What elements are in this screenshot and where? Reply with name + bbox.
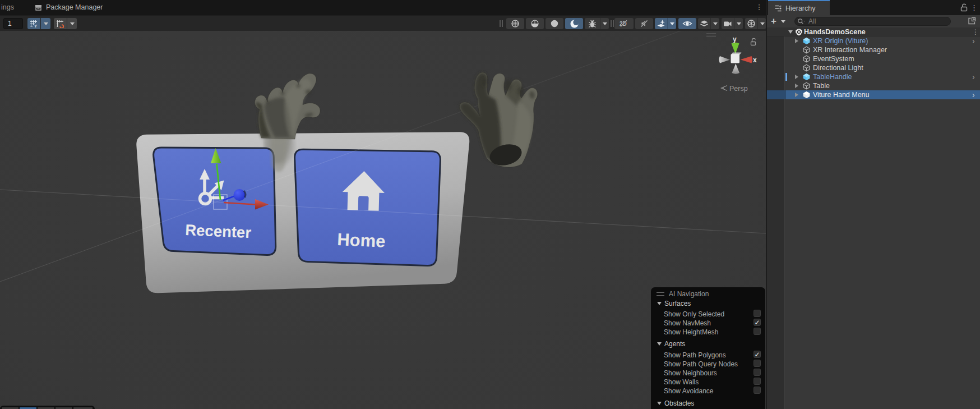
orientation-gizmo[interactable]: y x Persp — [706, 34, 757, 93]
scene-header-row[interactable]: HandsDemoScene ⋮ — [767, 27, 980, 36]
hierarchy-row-table[interactable]: Table — [767, 81, 980, 90]
expand-icon[interactable] — [795, 39, 798, 43]
hierarchy-row-tablehandle[interactable]: TableHandle › — [767, 72, 980, 81]
draw-mode-shaded-button[interactable] — [546, 18, 563, 29]
right-hand-mesh[interactable] — [460, 72, 538, 168]
orientation-negx-cone[interactable] — [719, 56, 731, 63]
overlay-drag-handle-icon[interactable] — [657, 292, 664, 296]
hierarchy-row-directional-light[interactable]: Directional Light — [767, 63, 980, 72]
toggle-show-navmesh-label: Show NavMesh — [664, 319, 711, 327]
debug-draw-dropdown[interactable] — [600, 18, 609, 29]
orientation-negy-cone[interactable] — [732, 64, 740, 74]
hierarchy-row-eventsystem[interactable]: EventSystem — [767, 54, 980, 63]
toggle-show-walls[interactable] — [754, 378, 761, 385]
foldout-arrow-icon — [657, 302, 662, 305]
hierarchy-search-field[interactable]: All — [794, 17, 951, 26]
tab-hierarchy[interactable]: Hierarchy — [768, 0, 830, 15]
toggle-show-path-polygons[interactable]: ✓ — [754, 351, 761, 358]
2d-toggle-button[interactable]: 2D — [614, 18, 634, 29]
scene-menu-icon[interactable]: ⋮ — [972, 27, 979, 36]
lock-open-icon[interactable] — [751, 39, 756, 45]
tab-partial-settings[interactable]: ings — [1, 0, 14, 15]
snap-button[interactable] — [54, 18, 67, 29]
snap-dropdown[interactable] — [67, 18, 77, 29]
lighting-toggle-button[interactable] — [565, 18, 583, 29]
foldout-open-icon[interactable] — [788, 30, 793, 34]
tab-package-manager-label: Package Manager — [46, 0, 103, 15]
debug-draw-button[interactable] — [585, 18, 600, 29]
toggle-show-only-selected[interactable] — [754, 310, 761, 317]
grid-y-icon: Y — [30, 20, 38, 28]
toggle-show-navmesh[interactable]: ✓ — [754, 319, 761, 326]
toggle-show-neighbours[interactable] — [754, 369, 761, 376]
gizmos-dropdown[interactable] — [757, 18, 766, 29]
orientation-y-cone[interactable] — [732, 43, 739, 54]
hierarchy-menu-icon[interactable]: ⋮ — [970, 2, 977, 14]
foldout-obstacles[interactable]: Obstacles — [657, 399, 694, 407]
unity-scene-icon — [795, 28, 803, 36]
persp-label[interactable]: Persp — [729, 85, 748, 93]
gameobject-cube-icon — [802, 64, 811, 72]
prefab-override-indicator — [785, 73, 787, 81]
scene-tab-menu-icon[interactable]: ⋮ — [755, 1, 763, 13]
expand-icon[interactable] — [795, 75, 798, 79]
orientation-x-cone[interactable] — [741, 56, 753, 63]
row-label: TableHandle — [813, 72, 852, 81]
effects-toggle-button[interactable] — [655, 18, 667, 29]
orientation-cube[interactable] — [731, 54, 740, 63]
foldout-agents-label: Agents — [664, 340, 685, 348]
search-icon — [797, 18, 806, 25]
chevron-down-icon — [70, 22, 75, 25]
expand-icon[interactable] — [795, 84, 798, 88]
toggle-show-avoidance[interactable] — [754, 387, 761, 394]
draw-mode-wireframe-button[interactable] — [506, 18, 524, 29]
hierarchy-row-viture-hand-menu[interactable]: Viture Hand Menu › — [767, 90, 980, 99]
layers-dropdown[interactable] — [710, 18, 719, 29]
prefab-cube-icon — [802, 37, 811, 45]
hierarchy-row-xr-interaction-manager[interactable]: XR Interaction Manager — [767, 45, 980, 54]
bug-icon — [588, 20, 597, 28]
toolbar-drag-handle[interactable] — [611, 20, 614, 27]
gizmos-button[interactable] — [745, 18, 757, 29]
prefab-cube-icon-selected — [802, 91, 811, 99]
scene-tab-bar: ings Package Manager ⋮ — [0, 0, 766, 15]
prefab-chevron-icon[interactable]: › — [972, 90, 975, 99]
eye-icon — [682, 20, 692, 27]
chevron-down-icon — [670, 22, 674, 25]
snap-increment-icon — [56, 20, 64, 28]
tools-overlay-partial[interactable] — [0, 406, 95, 409]
effects-dropdown[interactable] — [667, 18, 676, 29]
prefab-chevron-icon[interactable]: › — [972, 36, 975, 45]
audio-muted-icon — [640, 19, 649, 28]
lock-open-icon[interactable] — [960, 3, 968, 12]
grid-size-input[interactable]: 1 — [3, 18, 23, 29]
search-placeholder: All — [808, 17, 816, 25]
add-object-button[interactable]: + — [771, 16, 776, 26]
picker-icon[interactable] — [967, 16, 977, 26]
tab-package-manager[interactable]: Package Manager — [35, 0, 103, 15]
package-icon — [35, 4, 42, 11]
grid-axis-dropdown[interactable] — [41, 18, 50, 29]
camera-view-dropdown[interactable] — [734, 18, 743, 29]
toolbar-drag-handle[interactable] — [500, 20, 503, 27]
scene-visibility-button[interactable] — [678, 18, 696, 29]
recenter-button-label: Recenter — [185, 221, 252, 241]
gameobject-cube-icon — [802, 46, 811, 54]
foldout-surfaces[interactable]: Surfaces — [657, 300, 691, 307]
toggle-show-path-query-nodes[interactable] — [754, 360, 761, 367]
hierarchy-row-xr-origin[interactable]: XR Origin (Viture) › — [767, 36, 980, 45]
prefab-chevron-icon[interactable]: › — [972, 72, 975, 81]
toggle-show-heightmesh[interactable] — [754, 328, 761, 335]
row-label: XR Origin (Viture) — [813, 36, 868, 45]
layers-button[interactable] — [698, 18, 710, 29]
row-label: Directional Light — [813, 63, 863, 72]
gizmo-z-handle[interactable] — [234, 189, 246, 201]
audio-mute-button[interactable] — [635, 18, 653, 29]
expand-icon[interactable] — [795, 93, 798, 97]
draw-mode-shaded-wireframe-button[interactable] — [526, 18, 544, 29]
camera-view-button[interactable] — [722, 18, 734, 29]
persp-icon — [722, 86, 728, 91]
foldout-agents[interactable]: Agents — [657, 340, 685, 348]
chevron-down-icon[interactable] — [781, 20, 785, 23]
grid-axis-button[interactable]: Y — [27, 18, 40, 29]
